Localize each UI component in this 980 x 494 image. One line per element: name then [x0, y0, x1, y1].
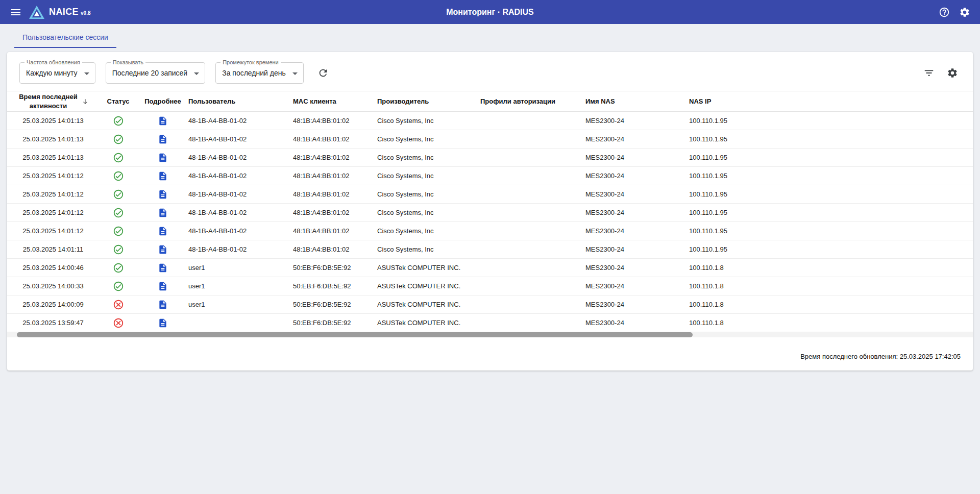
cell-vendor: Cisco Systems, Inc	[377, 112, 480, 130]
details-button[interactable]	[157, 133, 169, 145]
records-count-select[interactable]: Показывать Последние 20 записей	[106, 62, 206, 84]
cell-nas-ip: 100.110.1.95	[689, 240, 973, 259]
table-row: 25.03.2025 14:01:1248-1B-A4-BB-01-0248:1…	[7, 167, 973, 185]
cell-nas-ip: 100.110.1.8	[689, 259, 973, 277]
document-icon	[158, 153, 168, 163]
cell-last-activity: 25.03.2025 13:59:47	[7, 314, 99, 332]
cell-mac: 50:EB:F6:DB:5E:92	[293, 277, 377, 295]
details-button[interactable]	[157, 280, 169, 292]
details-button[interactable]	[157, 299, 169, 311]
cell-last-activity: 25.03.2025 14:01:12	[7, 185, 99, 204]
details-button[interactable]	[157, 115, 169, 127]
details-button[interactable]	[157, 317, 169, 329]
cell-auth-profiles	[480, 259, 585, 277]
details-button[interactable]	[157, 170, 169, 182]
sessions-card: Частота обновления Каждую минуту Показыв…	[7, 52, 973, 370]
check-circle-icon	[113, 207, 124, 218]
column-header-vendor[interactable]: Производитель	[377, 91, 480, 112]
cell-last-activity: 25.03.2025 14:01:12	[7, 167, 99, 185]
app-name: NAICE	[49, 7, 79, 17]
hamburger-menu-icon[interactable]	[7, 4, 24, 21]
details-button[interactable]	[157, 262, 169, 274]
column-header-auth-profiles[interactable]: Профили авторизации	[480, 91, 585, 112]
horizontal-scrollbar[interactable]	[7, 332, 973, 337]
app-version: v0.8	[81, 10, 90, 16]
cell-status	[99, 167, 137, 185]
cell-nas-name: MES2300-24	[585, 112, 689, 130]
time-range-select[interactable]: Промежуток времени За последний день	[215, 62, 304, 84]
cell-vendor: Cisco Systems, Inc	[377, 149, 480, 167]
naice-logo-icon	[29, 5, 45, 19]
cell-mac: 48:1B:A4:BB:01:02	[293, 149, 377, 167]
column-header-status[interactable]: Статус	[99, 91, 137, 112]
cell-mac: 48:1B:A4:BB:01:02	[293, 185, 377, 204]
cell-user: 48-1B-A4-BB-01-02	[188, 222, 293, 240]
document-icon	[158, 171, 168, 181]
cell-status	[99, 185, 137, 204]
cell-details	[137, 240, 188, 259]
cell-user: user1	[188, 295, 293, 314]
cell-mac: 48:1B:A4:BB:01:02	[293, 222, 377, 240]
cell-auth-profiles	[480, 112, 585, 130]
cell-nas-name: MES2300-24	[585, 167, 689, 185]
cell-nas-name: MES2300-24	[585, 204, 689, 222]
select-label: Промежуток времени	[220, 59, 281, 65]
details-button[interactable]	[157, 207, 169, 219]
table-row: 25.03.2025 13:59:4750:EB:F6:DB:5E:92ASUS…	[7, 314, 973, 332]
cell-vendor: ASUSTek COMPUTER INC.	[377, 314, 480, 332]
tab-user-sessions[interactable]: Пользовательские сессии	[14, 27, 116, 48]
select-label: Частота обновления	[24, 59, 82, 65]
document-icon	[158, 300, 168, 310]
cell-nas-ip: 100.110.1.95	[689, 112, 973, 130]
select-label: Показывать	[111, 59, 145, 65]
cell-details	[137, 222, 188, 240]
cell-last-activity: 25.03.2025 14:00:46	[7, 259, 99, 277]
cell-vendor: Cisco Systems, Inc	[377, 240, 480, 259]
help-icon[interactable]	[936, 4, 952, 20]
column-header-nas-ip[interactable]: NAS IP	[689, 91, 973, 112]
cell-status	[99, 130, 137, 149]
scrollbar-thumb[interactable]	[17, 332, 693, 337]
cell-details	[137, 295, 188, 314]
details-button[interactable]	[157, 188, 169, 201]
cell-details	[137, 149, 188, 167]
cell-auth-profiles	[480, 130, 585, 149]
cell-last-activity: 25.03.2025 14:00:09	[7, 295, 99, 314]
filter-icon[interactable]	[921, 65, 937, 81]
cell-user: user1	[188, 277, 293, 295]
column-header-nas-name[interactable]: Имя NAS	[585, 91, 689, 112]
column-header-details[interactable]: Подробнее	[137, 91, 188, 112]
cell-user: 48-1B-A4-BB-01-02	[188, 240, 293, 259]
details-button[interactable]	[157, 152, 169, 164]
column-header-last-activity[interactable]: Время последней активности	[7, 91, 99, 112]
cancel-circle-icon	[113, 299, 124, 310]
cell-nas-name: MES2300-24	[585, 259, 689, 277]
cell-status	[99, 259, 137, 277]
cell-auth-profiles	[480, 149, 585, 167]
cell-vendor: ASUSTek COMPUTER INC.	[377, 295, 480, 314]
cell-details	[137, 277, 188, 295]
cell-vendor: Cisco Systems, Inc	[377, 222, 480, 240]
details-button[interactable]	[157, 243, 169, 256]
document-icon	[158, 116, 168, 126]
cell-mac: 50:EB:F6:DB:5E:92	[293, 259, 377, 277]
cancel-circle-icon	[113, 317, 124, 329]
refresh-rate-select[interactable]: Частота обновления Каждую минуту	[19, 62, 95, 84]
cell-last-activity: 25.03.2025 14:01:13	[7, 112, 99, 130]
check-circle-icon	[113, 115, 124, 127]
cell-status	[99, 295, 137, 314]
cell-user: 48-1B-A4-BB-01-02	[188, 130, 293, 149]
column-settings-gear-icon[interactable]	[944, 65, 961, 81]
cell-auth-profiles	[480, 277, 585, 295]
cell-user: 48-1B-A4-BB-01-02	[188, 167, 293, 185]
cell-status	[99, 222, 137, 240]
refresh-icon[interactable]	[315, 65, 331, 81]
document-icon	[158, 281, 168, 291]
column-header-user[interactable]: Пользователь	[188, 91, 293, 112]
cell-auth-profiles	[480, 295, 585, 314]
check-circle-icon	[113, 262, 124, 274]
select-value: Последние 20 записей	[112, 69, 188, 77]
details-button[interactable]	[157, 225, 169, 237]
gear-icon[interactable]	[957, 4, 973, 20]
column-header-mac[interactable]: MAC клиента	[293, 91, 377, 112]
